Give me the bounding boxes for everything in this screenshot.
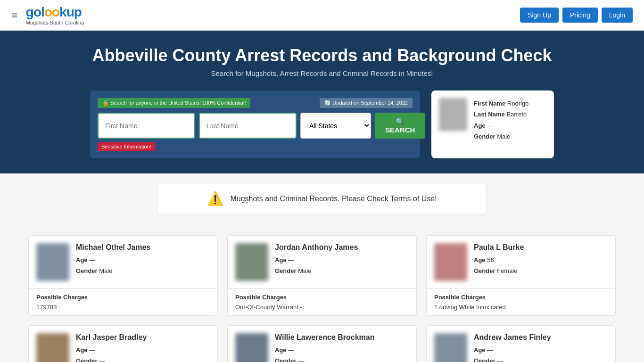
record-name: Jordan Anthony James — [275, 243, 358, 252]
hamburger-menu[interactable]: ≡ — [11, 9, 17, 21]
record-name: Andrew James Finley — [474, 333, 551, 342]
hero-section: Abbeville County Arrest Records and Back… — [0, 31, 644, 90]
charges-label: Possible Charges — [434, 294, 608, 301]
record-avatar — [235, 333, 268, 362]
record-avatar — [434, 333, 467, 362]
login-button[interactable]: Login — [602, 8, 633, 23]
record-name: Paula L Burke — [474, 243, 524, 252]
record-card[interactable]: Andrew James FinleyAge —Gender — — [426, 325, 616, 362]
record-info: Karl Jasper BradleyAge —Gender — — [76, 333, 147, 362]
signup-button[interactable]: Sign Up — [520, 8, 559, 23]
record-card[interactable]: Jordan Anthony JamesAge —Gender MalePoss… — [227, 235, 417, 316]
page-title: Abbeville County Arrest Records and Back… — [8, 46, 636, 66]
record-detail: Age —Gender — — [76, 345, 147, 362]
record-info: Jordan Anthony JamesAge —Gender Male — [275, 243, 358, 277]
sidebar-person-card: First Name Rodrigo Last Name Barreto Age… — [431, 90, 554, 158]
site-logo[interactable]: golookup — [26, 5, 84, 20]
alert-bar: ⚠️ Mugshots and Criminal Records. Please… — [157, 183, 487, 214]
charges-value: 1.driving While Intoxicated — [434, 304, 608, 311]
charges-value: 179783 — [36, 304, 210, 311]
record-avatar — [434, 243, 467, 281]
header-left: ≡ golookup Mugshots South Carolina — [11, 5, 84, 25]
record-detail: Age —Gender Male — [76, 255, 150, 277]
search-button[interactable]: 🔍 SEARCH — [375, 113, 425, 139]
sidebar-age: Age — — [474, 120, 528, 131]
search-badges: 🔒 Search for anyone in the United States… — [98, 98, 413, 108]
hero-subtitle: Search for Mugshots, Arrest Records and … — [8, 69, 636, 77]
record-avatar — [36, 333, 69, 362]
charges-label: Possible Charges — [36, 294, 210, 301]
records-section: Michael Othel JamesAge —Gender MalePossi… — [0, 224, 644, 362]
last-name-input[interactable] — [199, 113, 297, 139]
record-top: Michael Othel JamesAge —Gender Male — [29, 236, 217, 288]
alert-icon: ⚠️ — [207, 191, 223, 206]
record-card[interactable]: Paula L BurkeAge 56Gender FemalePossible… — [426, 235, 616, 316]
state-select[interactable]: All StatesAlabamaAlaskaArizonaArkansasCa… — [300, 113, 371, 139]
sidebar-gender: Gender Male — [474, 131, 528, 142]
record-top: Jordan Anthony JamesAge —Gender Male — [228, 236, 416, 288]
record-info: Andrew James FinleyAge —Gender — — [474, 333, 551, 362]
updated-badge: 🔄 Updated on September 14, 2022 — [320, 98, 413, 108]
record-info: Michael Othel JamesAge —Gender Male — [76, 243, 150, 277]
sidebar-lastname: Last Name Barreto — [474, 109, 528, 120]
record-card[interactable]: Karl Jasper BradleyAge —Gender — — [28, 325, 218, 362]
record-info: Paula L BurkeAge 56Gender Female — [474, 243, 524, 277]
record-info: Willie Lawerence BrockmanAge —Gender — — [275, 333, 375, 362]
search-box: 🔒 Search for anyone in the United States… — [90, 90, 420, 158]
record-name: Willie Lawerence Brockman — [275, 333, 375, 342]
sidebar-avatar — [439, 98, 467, 131]
charges-label: Possible Charges — [235, 294, 409, 301]
charges-section: Possible Charges1.driving While Intoxica… — [427, 288, 615, 315]
sidebar-person-info: First Name Rodrigo Last Name Barreto Age… — [474, 98, 528, 142]
search-inputs: All StatesAlabamaAlaskaArizonaArkansasCa… — [98, 113, 413, 139]
record-name: Michael Othel James — [76, 243, 150, 252]
record-card[interactable]: Michael Othel JamesAge —Gender MalePossi… — [28, 235, 218, 316]
alert-text: Mugshots and Criminal Records. Please Ch… — [230, 195, 437, 203]
logo-wrap: golookup Mugshots South Carolina — [26, 5, 84, 25]
record-detail: Age 56Gender Female — [474, 255, 524, 277]
record-top: Willie Lawerence BrockmanAge —Gender — — [228, 326, 416, 362]
logo-subtitle: Mugshots South Carolina — [26, 20, 84, 25]
record-avatar — [235, 243, 268, 281]
first-name-input[interactable] — [98, 113, 195, 139]
charges-section: Possible ChargesOut-Of-County Warrant - — [228, 288, 416, 315]
record-detail: Age —Gender Male — [275, 255, 358, 277]
record-top: Karl Jasper BradleyAge —Gender — — [29, 326, 217, 362]
record-detail: Age —Gender — — [474, 345, 551, 362]
header-nav-buttons: Sign Up Pricing Login — [520, 8, 633, 23]
records-grid: Michael Othel JamesAge —Gender MalePossi… — [28, 235, 616, 362]
record-name: Karl Jasper Bradley — [76, 333, 147, 342]
record-avatar — [36, 243, 69, 281]
record-top: Paula L BurkeAge 56Gender Female — [427, 236, 615, 288]
confidential-badge: 🔒 Search for anyone in the United States… — [98, 98, 250, 108]
site-header: ≡ golookup Mugshots South Carolina Sign … — [0, 0, 644, 31]
sensitive-badge: Sensitive Information! — [98, 142, 155, 151]
charges-section: Possible Charges179783 — [29, 288, 217, 315]
pricing-button[interactable]: Pricing — [562, 8, 598, 23]
record-top: Andrew James FinleyAge —Gender — — [427, 326, 615, 362]
search-section: 🔒 Search for anyone in the United States… — [0, 90, 644, 173]
sidebar-firstname: First Name Rodrigo — [474, 98, 528, 109]
record-detail: Age —Gender — — [275, 345, 375, 362]
charges-value: Out-Of-County Warrant - — [235, 304, 409, 311]
record-card[interactable]: Willie Lawerence BrockmanAge —Gender — — [227, 325, 417, 362]
